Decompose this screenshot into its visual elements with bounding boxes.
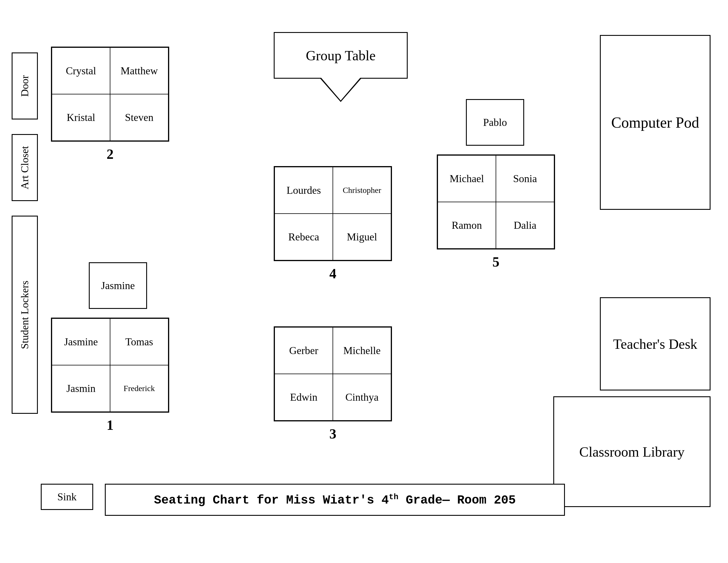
desk-tomas: Tomas: [110, 319, 168, 365]
desk-michael: Michael: [438, 155, 496, 202]
title-box: Seating Chart for Miss Wiatr's 4th Grade…: [105, 484, 565, 516]
cluster-3: Gerber Michelle Edwin Cinthya 3: [274, 327, 392, 421]
door-label: Door: [12, 52, 38, 119]
cluster-2: Crystal Matthew Kristal Steven 2: [51, 47, 169, 142]
desk-pablo: Pablo: [466, 99, 524, 146]
cluster-4-number: 4: [329, 265, 336, 282]
cluster-2-number: 2: [107, 146, 114, 162]
desk-cinthya: Cinthya: [333, 374, 391, 421]
group-table: Group Table: [274, 32, 408, 102]
cluster-3-grid: Gerber Michelle Edwin Cinthya: [274, 327, 392, 421]
cluster-2-grid: Crystal Matthew Kristal Steven: [51, 47, 169, 142]
desk-jasmin: Jasmin: [52, 365, 110, 412]
desk-jasmine: Jasmine: [52, 319, 110, 365]
title-text: Seating Chart for Miss Wiatr's 4th Grade…: [154, 493, 516, 507]
desk-rebeca: Rebeca: [275, 213, 333, 260]
desk-jasmine-single: Jasmine: [89, 262, 147, 309]
room-container: Door Art Closet Student Lockers Sink Gro…: [0, 0, 728, 563]
desk-frederick: Frederick: [110, 365, 168, 412]
cluster-1-grid: Jasmine Tomas Jasmin Frederick: [51, 318, 169, 413]
desk-michelle: Michelle: [333, 327, 391, 374]
group-table-box: Group Table: [274, 32, 408, 79]
classroom-library-label: Classroom Library: [553, 396, 711, 507]
desk-steven: Steven: [110, 94, 168, 141]
teachers-desk-label: Teacher's Desk: [600, 297, 711, 391]
desk-kristal: Kristal: [52, 94, 110, 141]
desk-matthew: Matthew: [110, 47, 168, 94]
cluster-4-grid: Lourdes Christopher Rebeca Miguel: [274, 166, 392, 261]
desk-sonia: Sonia: [496, 155, 554, 202]
desk-dalia: Dalia: [496, 202, 554, 248]
desk-edwin: Edwin: [275, 374, 333, 421]
art-closet-label: Art Closet: [12, 134, 38, 201]
cluster-1: Jasmine Tomas Jasmin Frederick 1: [51, 318, 169, 413]
cluster-4: Lourdes Christopher Rebeca Miguel 4: [274, 166, 392, 261]
cluster-5-number: 5: [492, 254, 499, 270]
desk-christopher: Christopher: [333, 167, 391, 213]
desk-lourdes: Lourdes: [275, 167, 333, 213]
cluster-1-number: 1: [107, 417, 114, 433]
cluster-5-grid: Michael Sonia Ramon Dalia: [437, 154, 555, 249]
desk-miguel: Miguel: [333, 213, 391, 260]
cluster-5: Michael Sonia Ramon Dalia 5: [437, 154, 555, 249]
desk-gerber: Gerber: [275, 327, 333, 374]
desk-crystal: Crystal: [52, 47, 110, 94]
sink-label: Sink: [41, 484, 93, 510]
desk-ramon: Ramon: [438, 202, 496, 248]
cluster-3-number: 3: [329, 426, 336, 442]
student-lockers-label: Student Lockers: [12, 216, 38, 414]
computer-pod-label: Computer Pod: [600, 35, 711, 210]
